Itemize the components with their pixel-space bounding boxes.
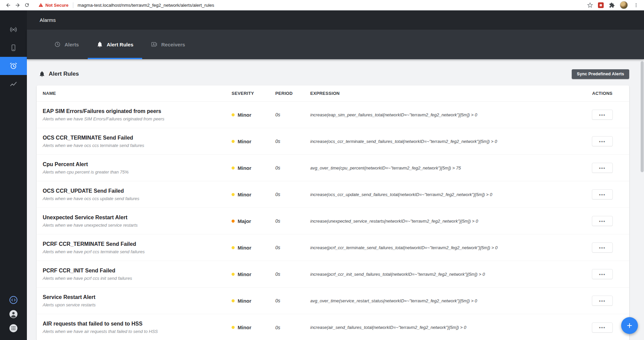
tab-label: Receivers (161, 42, 185, 47)
tab-label: Alert Rules (107, 42, 133, 47)
rule-description: Alerts upon service restarts (43, 302, 225, 307)
clock-icon (54, 41, 61, 48)
rule-name: Cpu Percent Alert (43, 161, 225, 167)
more-horiz-icon: ••• (599, 166, 606, 170)
tab-alerts[interactable]: Alerts (45, 30, 88, 59)
forward-button[interactable] (13, 0, 22, 10)
rule-period: 0s (275, 245, 310, 250)
severity-label: Minor (238, 139, 251, 144)
rule-period: 0s (275, 112, 310, 117)
column-header-actions: ACTIONS (580, 91, 625, 96)
rule-period: 0s (275, 139, 310, 144)
severity-label: Minor (238, 192, 251, 197)
sidebar-item-equipment[interactable] (0, 39, 27, 57)
row-actions-button[interactable]: ••• (592, 296, 613, 306)
sidebar-item-alarms[interactable] (0, 57, 27, 75)
table-row: Cpu Percent Alert Alerts when cpu percen… (37, 155, 629, 181)
rule-name: EAP SIM Errors/Failures originated from … (43, 108, 225, 114)
sidebar-account-button[interactable] (9, 310, 18, 318)
extensions-button[interactable] (607, 0, 616, 10)
table-row: PCRF CCR_INIT Send Failed Alerts when we… (37, 261, 629, 288)
more-horiz-icon: ••• (599, 192, 606, 197)
rule-period: 0s (275, 298, 310, 303)
browser-menu-button[interactable] (631, 0, 641, 10)
warning-icon (38, 3, 43, 7)
row-actions-button[interactable]: ••• (592, 136, 613, 146)
browser-toolbar: Not Secure magma-test.localhost/nms/terr… (0, 0, 644, 10)
back-arrow-icon (5, 2, 11, 8)
url-text[interactable]: magma-test.localhost/nms/terravm2_feg2_n… (78, 3, 214, 8)
rule-expression: increase(unexpected_service_restarts{net… (310, 219, 580, 224)
code-circle-icon (9, 296, 18, 304)
alert-rules-table-body: EAP SIM Errors/Failures originated from … (37, 102, 629, 340)
rule-name: Service Restart Alert (43, 294, 225, 300)
reload-button[interactable] (22, 0, 32, 10)
page-header-title: Alarms (40, 17, 56, 23)
rule-name: OCS CCR_UPDATE Send Failed (43, 188, 225, 194)
rule-period: 0s (275, 271, 310, 277)
sidebar-grid-button[interactable] (9, 324, 18, 333)
alert-rules-table: NAME SEVERITY PERIOD EXPRESSION ACTIONS … (37, 85, 629, 340)
extension-icon-red[interactable] (598, 2, 604, 8)
rule-description: Alerts when we have ocs ccs update send … (43, 196, 225, 201)
scrollbar-thumb[interactable] (641, 61, 644, 172)
more-horiz-icon: ••• (599, 139, 606, 144)
column-header-period: PERIOD (275, 91, 310, 96)
table-row: Service Restart Alert Alerts upon servic… (37, 288, 629, 314)
add-alert-rule-fab[interactable]: + (621, 317, 638, 334)
tab-receivers[interactable]: Receivers (142, 30, 194, 59)
table-row: PCRF CCR_TERMINATE Send Failed Alerts wh… (37, 234, 629, 261)
sidebar-item-network[interactable] (0, 21, 27, 39)
rule-period: 0s (275, 165, 310, 171)
alarm-clock-icon (9, 62, 17, 70)
main-content: Alert Rules Sync Predefined Alerts NAME … (27, 59, 644, 340)
column-header-expression: EXPRESSION (310, 91, 580, 96)
row-actions-button[interactable]: ••• (592, 163, 613, 173)
severity-label: Minor (238, 325, 251, 330)
more-horiz-icon: ••• (599, 325, 606, 330)
star-icon (587, 2, 593, 8)
tab-alert-rules[interactable]: Alert Rules (88, 30, 142, 59)
omnibox-divider (73, 2, 73, 8)
severity-dot-icon (232, 299, 235, 302)
contacts-icon (151, 41, 158, 48)
sidebar-version-button[interactable] (9, 296, 18, 304)
severity-label: Minor (238, 298, 251, 304)
table-row: OCS CCR_TERMINATE Send Failed Alerts whe… (37, 128, 629, 155)
row-actions-button[interactable]: ••• (592, 323, 613, 333)
severity-label: Minor (238, 245, 251, 251)
severity-dot-icon (232, 193, 235, 196)
severity-dot-icon (232, 246, 235, 249)
network-antenna-icon (9, 26, 17, 34)
reload-icon (24, 2, 30, 8)
more-horiz-icon: ••• (599, 113, 606, 117)
security-indicator[interactable]: Not Secure (38, 3, 69, 8)
column-header-name: NAME (43, 91, 232, 96)
rule-expression: increase(pcrf_ccr_init_send_failures_tot… (310, 272, 580, 277)
severity-label: Minor (238, 112, 251, 118)
row-actions-button[interactable]: ••• (592, 216, 613, 226)
tab-label: Alerts (65, 42, 79, 47)
bookmark-button[interactable] (585, 0, 595, 10)
security-label: Not Secure (45, 3, 69, 8)
rule-period: 0s (275, 218, 310, 224)
severity-dot-icon (232, 220, 235, 223)
app-sidebar (0, 10, 27, 340)
column-header-severity: SEVERITY (232, 91, 275, 96)
sync-predefined-alerts-button[interactable]: Sync Predefined Alerts (572, 69, 629, 79)
severity-label: Minor (238, 271, 251, 277)
rule-description: Alerts when we have pcrf ccs init send f… (43, 276, 225, 281)
bell-icon (96, 41, 103, 48)
row-actions-button[interactable]: ••• (592, 189, 613, 199)
rule-period: 0s (275, 192, 310, 197)
rule-name: Unexpected Service Restart Alert (43, 215, 225, 221)
table-row: Unexpected Service Restart Alert Alerts … (37, 208, 629, 234)
back-button[interactable] (3, 0, 13, 10)
row-actions-button[interactable]: ••• (592, 242, 613, 253)
sidebar-item-metrics[interactable] (0, 75, 27, 93)
row-actions-button[interactable]: ••• (592, 269, 613, 279)
row-actions-button[interactable]: ••• (592, 110, 613, 120)
puzzle-icon (609, 2, 615, 8)
profile-avatar[interactable] (620, 1, 628, 9)
table-row: EAP SIM Errors/Failures originated from … (37, 102, 629, 128)
